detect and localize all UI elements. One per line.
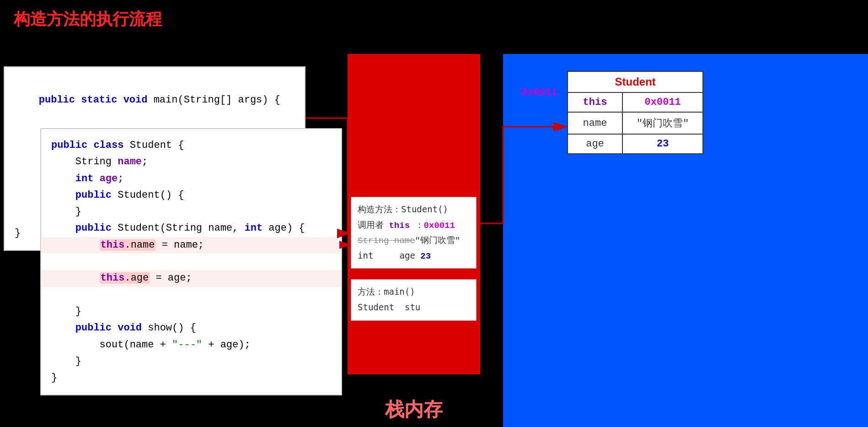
sf-constructor-line1: 构造方法：Student() (358, 202, 470, 217)
page-title: 构造方法的执行流程 (14, 8, 162, 31)
object-class-name: Student (568, 71, 703, 92)
sf-main-line2: Student stu (358, 300, 470, 315)
stack-frame-constructor: 构造方法：Student() 调用者 this ：0x0011 String n… (351, 197, 477, 269)
stack-frame-main: 方法：main() Student stu (351, 279, 477, 321)
row-age-label: age (568, 134, 622, 154)
sf-main-line1: 方法：main() (358, 284, 470, 300)
sf-constructor-line4: int age 23 (358, 248, 470, 264)
table-row: age 23 (568, 134, 703, 154)
table-row: this 0x0011 (568, 92, 703, 112)
object-table: Student this 0x0011 name "钢门吹雪" age 23 (567, 71, 703, 154)
row-name-label: name (568, 112, 622, 134)
code-panel-student: public class Student { String name; int … (40, 128, 342, 395)
row-age-value: 23 (622, 134, 703, 154)
stack-label: 栈内存 (348, 397, 480, 422)
row-name-value: "钢门吹雪" (622, 112, 703, 134)
object-table-wrapper: Student this 0x0011 name "钢门吹雪" age 23 (567, 71, 703, 154)
row-this-label: this (568, 92, 622, 112)
table-row: name "钢门吹雪" (568, 112, 703, 134)
sf-constructor-line3: String name"钢门吹雪" (358, 233, 470, 248)
sf-constructor-line2: 调用者 this ：0x0011 (358, 217, 470, 233)
row-this-value: 0x0011 (622, 92, 703, 112)
object-address: 0x0011 (521, 87, 557, 98)
